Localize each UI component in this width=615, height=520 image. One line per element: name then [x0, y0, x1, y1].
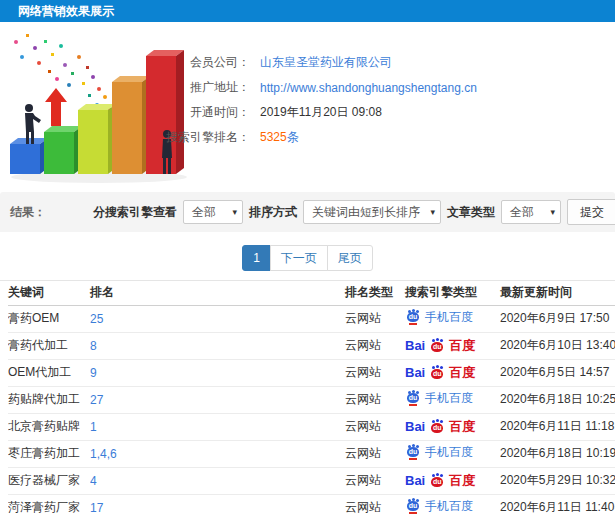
mobile-baidu-paw-icon: du — [405, 309, 421, 325]
updated-time-cell: 2020年5月29日 10:32 — [500, 467, 615, 494]
mobile-baidu-badge: du 手机百度 — [405, 444, 473, 461]
table-row: 膏药OEM 25 云网站 du 手机百度 2020年6月9日 17:50 — [8, 305, 615, 332]
table-row: OEM代加工 9 云网站 Baidu百度 2020年6月5日 14:57 — [8, 359, 615, 386]
updated-time-cell: 2020年6月10日 13:40 — [500, 332, 615, 359]
table-row: 药贴牌代加工 27 云网站 du 手机百度 2020年6月18日 10:25 — [8, 386, 615, 413]
result-label: 结果： — [10, 204, 46, 221]
submit-button[interactable]: 提交 — [567, 199, 615, 225]
col-keyword: 关键词 — [8, 281, 90, 305]
promo-url-label: 推广地址： — [0, 79, 250, 96]
rank-link[interactable]: 27 — [90, 393, 103, 407]
updated-time-cell: 2020年6月18日 10:25 — [500, 386, 615, 413]
open-time-value: 2019年11月20日 09:08 — [260, 104, 382, 121]
rank-type-cell: 云网站 — [345, 332, 405, 359]
page-button-next[interactable]: 下一页 — [270, 245, 328, 271]
keyword-cell: 医疗器械厂家 — [8, 467, 90, 494]
page-button-current[interactable]: 1 — [242, 245, 271, 271]
rank-type-cell: 云网站 — [345, 305, 405, 332]
mobile-baidu-paw-icon: du — [405, 390, 421, 406]
table-row: 医疗器械厂家 4 云网站 Baidu百度 2020年5月29日 10:32 — [8, 467, 615, 494]
keyword-cell: OEM代加工 — [8, 359, 90, 386]
engine-type-cell: Baidu百度 — [405, 413, 500, 440]
engine-rank-unit[interactable]: 条 — [287, 130, 299, 144]
rank-link[interactable]: 4 — [90, 474, 97, 488]
keyword-cell: 药贴牌代加工 — [8, 386, 90, 413]
promo-url-link[interactable]: http://www.shandonghuangshengtang.cn — [260, 81, 477, 95]
table-row: 菏泽膏药厂家 17 云网站 du 手机百度 2020年6月11日 11:40 — [8, 494, 615, 520]
info-section: 会员公司： 山东皇圣堂药业有限公司 推广地址： http://www.shand… — [0, 22, 615, 188]
updated-time-cell: 2020年6月11日 11:40 — [500, 494, 615, 520]
rank-type-cell: 云网站 — [345, 359, 405, 386]
rank-type-cell: 云网站 — [345, 494, 405, 520]
keyword-cell: 枣庄膏药加工 — [8, 440, 90, 467]
engine-type-cell: Baidu百度 — [405, 359, 500, 386]
rank-link[interactable]: 9 — [90, 366, 97, 380]
results-table: 关键词 排名 排名类型 搜索引擎类型 最新更新时间 膏药OEM 25 云网站 d… — [0, 280, 615, 520]
baidu-logo-badge: Baidu百度 — [405, 418, 475, 436]
baidu-paw-icon: du — [429, 473, 445, 489]
sort-filter-select[interactable]: 关键词由短到长排序 — [303, 200, 441, 224]
baidu-paw-icon: du — [429, 419, 445, 435]
updated-time-cell: 2020年6月18日 10:19 — [500, 440, 615, 467]
member-company-link[interactable]: 山东皇圣堂药业有限公司 — [260, 54, 392, 71]
sort-filter-label: 排序方式 — [249, 204, 297, 221]
mobile-baidu-paw-icon: du — [405, 444, 421, 460]
col-engine-type: 搜索引擎类型 — [405, 281, 500, 305]
table-header-row: 关键词 排名 排名类型 搜索引擎类型 最新更新时间 — [8, 281, 615, 305]
rank-type-cell: 云网站 — [345, 440, 405, 467]
rank-link[interactable]: 1,4,6 — [90, 447, 117, 461]
keyword-cell: 膏药OEM — [8, 305, 90, 332]
col-rank: 排名 — [90, 281, 345, 305]
engine-type-cell: Baidu百度 — [405, 467, 500, 494]
mobile-baidu-badge: du 手机百度 — [405, 498, 473, 515]
engine-type-cell: du 手机百度 — [405, 386, 500, 413]
baidu-logo-badge: Baidu百度 — [405, 472, 475, 490]
updated-time-cell: 2020年6月9日 17:50 — [500, 305, 615, 332]
page-button-last[interactable]: 尾页 — [327, 245, 373, 271]
mobile-baidu-badge: du 手机百度 — [405, 309, 473, 326]
filter-bar: 结果： 分搜索引擎查看 全部 排序方式 关键词由短到长排序 文章类型 全部 提交 — [0, 192, 615, 232]
engine-filter-select[interactable]: 全部 — [183, 200, 243, 224]
rank-type-cell: 云网站 — [345, 467, 405, 494]
engine-type-cell: du 手机百度 — [405, 494, 500, 520]
engine-type-cell: du 手机百度 — [405, 440, 500, 467]
engine-rank-label: 搜索引擎排名： — [0, 129, 250, 146]
rank-link[interactable]: 1 — [90, 420, 97, 434]
baidu-paw-icon: du — [429, 338, 445, 354]
baidu-logo-badge: Baidu百度 — [405, 364, 475, 382]
article-type-select[interactable]: 全部 — [501, 200, 561, 224]
info-rows: 会员公司： 山东皇圣堂药业有限公司 推广地址： http://www.shand… — [0, 50, 615, 150]
rank-link[interactable]: 8 — [90, 339, 97, 353]
col-updated: 最新更新时间 — [500, 281, 615, 305]
article-type-label: 文章类型 — [447, 204, 495, 221]
header-bar: 网络营销效果展示 — [0, 0, 615, 22]
engine-rank-count: 5325 — [260, 130, 287, 144]
engine-type-cell: du 手机百度 — [405, 305, 500, 332]
page-title: 网络营销效果展示 — [18, 4, 114, 18]
updated-time-cell: 2020年6月5日 14:57 — [500, 359, 615, 386]
updated-time-cell: 2020年6月11日 11:18 — [500, 413, 615, 440]
table-row: 膏药代加工 8 云网站 Baidu百度 2020年6月10日 13:40 — [8, 332, 615, 359]
engine-filter-label: 分搜索引擎查看 — [93, 204, 177, 221]
mobile-baidu-paw-icon: du — [405, 498, 421, 514]
pagination: 1 下一页 尾页 — [0, 245, 615, 271]
keyword-cell: 菏泽膏药厂家 — [8, 494, 90, 520]
keyword-cell: 膏药代加工 — [8, 332, 90, 359]
table-row: 枣庄膏药加工 1,4,6 云网站 du 手机百度 2020年6月18日 10:1… — [8, 440, 615, 467]
keyword-cell: 北京膏药贴牌 — [8, 413, 90, 440]
table-row: 北京膏药贴牌 1 云网站 Baidu百度 2020年6月11日 11:18 — [8, 413, 615, 440]
baidu-paw-icon: du — [429, 365, 445, 381]
rank-link[interactable]: 25 — [90, 312, 103, 326]
rank-type-cell: 云网站 — [345, 413, 405, 440]
results-table-body: 膏药OEM 25 云网站 du 手机百度 2020年6月9日 17:50 膏药代… — [8, 305, 615, 520]
col-rank-type: 排名类型 — [345, 281, 405, 305]
open-time-label: 开通时间： — [0, 104, 250, 121]
rank-link[interactable]: 17 — [90, 501, 103, 515]
rank-type-cell: 云网站 — [345, 386, 405, 413]
member-company-label: 会员公司： — [0, 54, 250, 71]
engine-type-cell: Baidu百度 — [405, 332, 500, 359]
mobile-baidu-badge: du 手机百度 — [405, 390, 473, 407]
baidu-logo-badge: Baidu百度 — [405, 337, 475, 355]
